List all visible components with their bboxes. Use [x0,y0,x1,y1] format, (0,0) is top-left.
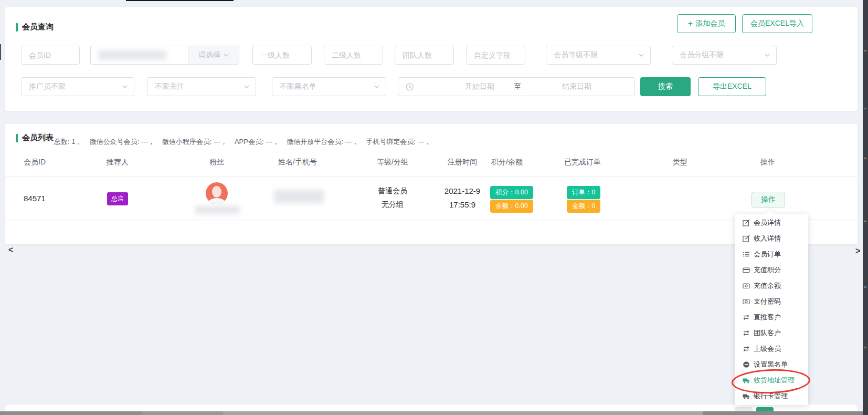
blurred-text [98,50,166,60]
row-reg-time: 17:55:9 [431,200,494,209]
level1-count-input[interactable] [252,46,312,65]
edit-icon [743,219,750,226]
menu-item-member-orders[interactable]: 会员订单 [735,246,808,262]
top-edge-artifact [126,0,234,1]
transfer-arrows-icon [743,314,750,321]
menu-item-payment-password[interactable]: 支付密码 [735,294,808,309]
menu-item-bank-card[interactable]: 银行卡管理 [735,388,808,404]
follow-select[interactable]: 不限关注 [147,77,256,96]
menu-label: 会员订单 [754,250,781,259]
export-excel-button[interactable]: 导出EXCEL [698,77,766,96]
name-phone-blurred [274,190,324,203]
member-level-value: 会员等级不限 [554,50,598,60]
member-id-input[interactable] [21,46,80,65]
chevron-down-icon [639,54,644,57]
menu-label: 收入详情 [754,234,781,243]
menu-item-direct-customers[interactable]: 直推客户 [735,309,808,325]
col-type: 类型 [649,158,712,167]
strip-mark [864,108,866,109]
stat-wechat-official: 微信公众号会员: ---， [89,137,154,147]
plus-icon: + [688,19,693,28]
strip-mark [864,50,866,51]
prev-arrow-icon[interactable]: < [8,246,13,254]
chevron-down-icon [244,85,249,88]
horizontal-scrollbar[interactable] [0,411,868,415]
balance-badge: 余额：0.00 [490,200,533,213]
custom-field-input[interactable] [466,46,525,65]
menu-item-recharge-points[interactable]: 充值积分 [735,262,808,278]
row-referrer: 总店 [86,192,149,205]
col-completed-orders: 已完成订单 [551,158,614,167]
orders-badge: 订单：0 [567,186,600,199]
truck-icon [743,392,750,400]
keyword-input-blurred[interactable] [90,46,188,65]
add-member-button[interactable]: + 添加会员 [677,14,736,33]
strip-mark [864,158,866,159]
date-range-picker[interactable]: 开始日期 至 结束日期 [398,77,635,96]
points-badge: 积分：0.00 [490,186,533,199]
transfer-arrows-icon [743,329,750,337]
end-date-placeholder[interactable]: 结束日期 [545,82,608,91]
menu-item-upline-member[interactable]: 上级会员 [735,341,808,357]
strip-mark [864,347,866,348]
col-actions: 操作 [736,158,799,167]
row-action-button[interactable]: 操作 [751,192,785,208]
member-stats-line: 总数: 1， 微信公众号会员: ---， 微信小程序会员: ---， APP会员… [54,137,431,147]
avatar-head-shape [212,186,221,198]
member-group-select[interactable]: 会员分组不限 [672,46,777,65]
stat-open-platform: 微信开放平台会员: ---， [287,137,358,147]
menu-item-recharge-balance[interactable]: 充值余额 [735,278,808,294]
table-bottom-divider [5,220,858,220]
avatar [206,182,228,204]
promoter-value: 推广员不限 [29,82,66,91]
query-panel-title: 会员查询 [16,22,54,32]
member-level-select[interactable]: 会员等级不限 [546,46,651,65]
fan-nickname-blurred [195,206,240,214]
blacklist-select[interactable]: 不限黑名单 [272,77,386,96]
list-title-text: 会员列表 [22,133,54,143]
stat-miniprogram: 微信小程序会员: ---， [162,137,227,147]
team-count-input[interactable] [395,46,454,65]
col-fans: 粉丝 [185,158,248,167]
menu-item-shipping-address[interactable]: 收货地址管理 [735,372,808,388]
table-header-divider [5,176,858,177]
stat-total: 总数: 1， [54,137,82,147]
menu-item-member-detail[interactable]: 会员详情 [735,215,808,231]
menu-label: 直推客户 [754,313,781,322]
right-edge-strip [863,0,868,415]
menu-label: 充值积分 [754,265,781,275]
next-arrow-icon[interactable]: > [855,247,860,255]
promoter-select[interactable]: 推广员不限 [21,77,134,96]
title-accent-bar [16,23,18,32]
list-icon [743,251,750,258]
date-range-separator: 至 [498,82,537,91]
left-edge-artifact [0,44,1,60]
edit-icon [743,235,750,242]
transfer-arrows-icon [743,345,750,352]
clock-icon [406,83,414,91]
level2-count-input[interactable] [324,46,383,65]
member-admin-page: 会员查询 + 添加会员 会员EXCEL导入 请选择 会员等级不限 [0,0,868,415]
chevron-down-icon [374,85,379,88]
block-icon [743,361,750,368]
scrollbar-segment[interactable] [703,411,868,415]
menu-item-team-customers[interactable]: 团队客户 [735,325,808,341]
title-accent-bar [16,134,18,142]
chevron-down-icon [765,54,770,57]
menu-item-set-blacklist[interactable]: 设置黑名单 [735,357,808,372]
scrollbar-segment[interactable] [142,411,223,415]
search-button[interactable]: 搜索 [640,77,691,96]
menu-item-income-detail[interactable]: 收入详情 [735,231,808,246]
col-name-phone: 姓名/手机号 [256,158,340,167]
keyword-type-select[interactable]: 请选择 [188,46,239,65]
stat-phone-bound: 手机号绑定会员: ---， [366,137,431,147]
menu-label: 设置黑名单 [754,360,788,369]
truck-icon [743,377,750,384]
excel-import-button[interactable]: 会员EXCEL导入 [742,14,812,33]
export-excel-label: 导出EXCEL [713,82,751,91]
scrollbar-segment[interactable] [0,411,142,415]
follow-value: 不限关注 [155,82,184,91]
menu-label: 团队客户 [754,328,781,338]
row-level: 普通会员 [361,186,424,196]
menu-label: 上级会员 [754,344,781,354]
